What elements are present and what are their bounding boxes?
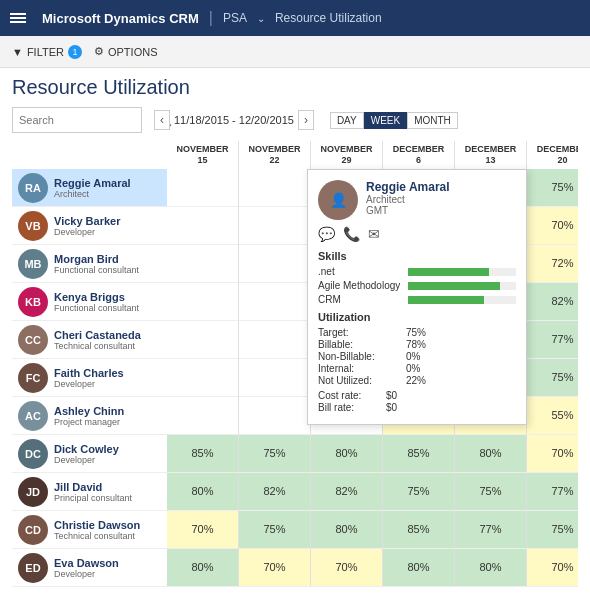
bill-rate-row: Bill rate: $0 — [318, 402, 516, 413]
options-button[interactable]: ⚙ OPTIONS — [94, 45, 158, 58]
resource-row[interactable]: JDJill DavidPrincipal consultant — [12, 473, 167, 511]
resource-row[interactable]: MBMorgan BirdFunctional consultant — [12, 245, 167, 283]
data-cell — [239, 359, 311, 397]
filter-button[interactable]: ▼ FILTER 1 — [12, 45, 82, 59]
popup-skills: .net Agile Methodology CRM — [318, 266, 516, 305]
week-view-button[interactable]: WEEK — [364, 112, 407, 129]
avatar: DC — [18, 439, 48, 469]
data-row: 85%75%80%85%80%70% — [167, 435, 578, 473]
month-view-button[interactable]: MONTH — [407, 112, 458, 129]
resource-role: Functional consultant — [54, 265, 167, 275]
data-cell: 70% — [311, 549, 383, 587]
resource-name: Eva Dawson — [54, 557, 167, 569]
resource-name: Cheri Castaneda — [54, 329, 167, 341]
options-label: OPTIONS — [108, 46, 158, 58]
resource-row[interactable]: EDEva DawsonDeveloper — [12, 549, 167, 587]
skill-row: .net — [318, 266, 516, 277]
data-cell: 75% — [527, 511, 578, 549]
util-billable-row: Billable: 78% — [318, 339, 516, 350]
search-input[interactable] — [19, 114, 157, 126]
resource-row[interactable]: CCCheri CastanedaTechnical consultant — [12, 321, 167, 359]
popup-avatar-icon: 👤 — [330, 192, 347, 208]
column-header: DECEMBER20 — [527, 141, 578, 169]
email-icon[interactable]: ✉ — [368, 226, 380, 242]
data-cell: 75% — [239, 511, 311, 549]
column-header: NOVEMBER29 — [311, 141, 383, 169]
avatar: MB — [18, 249, 48, 279]
resource-role: Project manager — [54, 417, 167, 427]
data-row: 80%82%82%75%75%77% — [167, 473, 578, 511]
resource-role: Technical consultant — [54, 531, 167, 541]
search-box[interactable]: 🔍 — [12, 107, 142, 133]
util-target-row: Target: 75% — [318, 327, 516, 338]
filter-count: 1 — [68, 45, 82, 59]
data-cell: 80% — [167, 549, 239, 587]
utilization-title: Utilization — [318, 311, 516, 323]
skill-name: Agile Methodology — [318, 280, 408, 291]
popup-name: Reggie Amaral — [366, 180, 450, 194]
resource-row[interactable]: CDChristie DawsonTechnical consultant — [12, 511, 167, 549]
filter-label: FILTER — [27, 46, 64, 58]
resource-row[interactable]: VBVicky BarkerDeveloper — [12, 207, 167, 245]
day-view-button[interactable]: DAY — [330, 112, 364, 129]
data-cell: 55% — [527, 397, 578, 435]
popup-role: Architect — [366, 194, 450, 205]
data-cell — [167, 397, 239, 435]
gear-icon: ⚙ — [94, 45, 104, 58]
data-cell: 75% — [527, 359, 578, 397]
date-next-button[interactable]: › — [298, 110, 314, 130]
nav-brand: Microsoft Dynamics CRM — [42, 11, 199, 26]
data-cell: 82% — [527, 283, 578, 321]
popup-header: 👤 Reggie Amaral Architect GMT — [318, 180, 516, 220]
resource-role: Functional consultant — [54, 303, 167, 313]
resource-name: Ashley Chinn — [54, 405, 167, 417]
resource-popup: 👤 Reggie Amaral Architect GMT 💬 📞 ✉ Skil… — [307, 169, 527, 425]
popup-info: Reggie Amaral Architect GMT — [366, 180, 450, 216]
column-headers: NOVEMBER15NOVEMBER22NOVEMBER29DECEMBER6D… — [167, 141, 578, 169]
hamburger-icon[interactable] — [10, 13, 26, 23]
data-cell: 75% — [455, 473, 527, 511]
resource-row[interactable]: RAReggie AmaralArchitect — [12, 169, 167, 207]
resource-name: Faith Charles — [54, 367, 167, 379]
skill-bar — [408, 282, 500, 290]
column-header: DECEMBER13 — [455, 141, 527, 169]
cost-rate-row: Cost rate: $0 — [318, 390, 516, 401]
popup-avatar: 👤 — [318, 180, 358, 220]
chat-icon[interactable]: 💬 — [318, 226, 335, 242]
date-nav: ‹ 11/18/2015 - 12/20/2015 › — [154, 110, 314, 130]
resource-row[interactable]: KBKenya BriggsFunctional consultant — [12, 283, 167, 321]
util-nonbillable-row: Non-Billable: 0% — [318, 351, 516, 362]
date-prev-button[interactable]: ‹ — [154, 110, 170, 130]
resource-list: RAReggie AmaralArchitectVBVicky BarkerDe… — [12, 141, 167, 587]
bill-rate-val: $0 — [386, 402, 397, 413]
view-buttons: DAY WEEK MONTH — [330, 112, 458, 129]
util-notutilized-row: Not Utilized: 22% — [318, 375, 516, 386]
date-range: 11/18/2015 - 12/20/2015 — [174, 114, 294, 126]
avatar: FC — [18, 363, 48, 393]
data-cell: 80% — [311, 435, 383, 473]
avatar: CC — [18, 325, 48, 355]
data-cell: 70% — [239, 549, 311, 587]
nav-psa: PSA — [223, 11, 247, 25]
column-header: NOVEMBER22 — [239, 141, 311, 169]
resource-row[interactable]: ACAshley ChinnProject manager — [12, 397, 167, 435]
data-cell: 85% — [383, 511, 455, 549]
resource-info: Ashley ChinnProject manager — [54, 405, 167, 427]
resource-name: Kenya Briggs — [54, 291, 167, 303]
data-cell: 70% — [527, 435, 578, 473]
column-header: DECEMBER6 — [383, 141, 455, 169]
cost-rate-val: $0 — [386, 390, 397, 401]
skill-name: .net — [318, 266, 408, 277]
phone-icon[interactable]: 📞 — [343, 226, 360, 242]
data-cell — [167, 359, 239, 397]
data-cell: 80% — [311, 511, 383, 549]
skill-bar-bg — [408, 268, 516, 276]
util-target-val: 75% — [406, 327, 426, 338]
resource-row[interactable]: DCDick CowleyDeveloper — [12, 435, 167, 473]
resource-info: Kenya BriggsFunctional consultant — [54, 291, 167, 313]
util-internal-row: Internal: 0% — [318, 363, 516, 374]
resource-row[interactable]: FCFaith CharlesDeveloper — [12, 359, 167, 397]
avatar: AC — [18, 401, 48, 431]
data-cell — [239, 397, 311, 435]
skills-section-title: Skills — [318, 250, 516, 262]
